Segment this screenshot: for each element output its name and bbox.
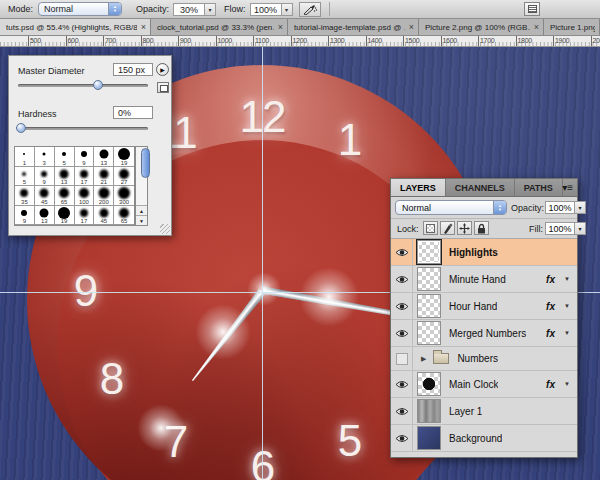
visibility-toggle[interactable] [391, 398, 413, 424]
layer-fx-badge[interactable]: fx [546, 301, 555, 312]
fill-input[interactable]: 100% [545, 222, 575, 235]
brush-preset[interactable]: 9 [75, 147, 95, 167]
layer-thumbnail[interactable] [417, 294, 441, 318]
lock-pixels-button[interactable] [440, 221, 455, 235]
create-preset-icon[interactable] [157, 82, 169, 93]
brush-preset[interactable]: 1 [15, 147, 35, 167]
hardness-input[interactable]: 0% [113, 106, 153, 119]
fx-collapse-icon[interactable]: ▼ [564, 330, 570, 336]
layer-row[interactable]: Merged Numbersfx▼ [391, 320, 577, 347]
fx-collapse-icon[interactable]: ▼ [564, 303, 570, 309]
group-expand-icon[interactable]: ▶ [421, 355, 426, 363]
flow-input[interactable]: 100% [250, 3, 282, 16]
master-diameter-input[interactable]: 150 px [113, 63, 153, 76]
panel-menu-icon[interactable]: ▾≡ [562, 182, 573, 194]
lock-all-button[interactable] [474, 221, 489, 235]
brush-grid-scrollbar[interactable]: ▲ ▼ [135, 146, 148, 226]
visibility-toggle[interactable] [391, 293, 413, 319]
brush-preset[interactable]: 65 [55, 186, 75, 206]
visibility-toggle[interactable] [391, 320, 413, 346]
brush-size-label: 17 [75, 179, 94, 185]
panel-tab-channels[interactable]: CHANNELS [446, 179, 515, 196]
visibility-toggle[interactable] [391, 425, 413, 451]
panel-flyout-button[interactable]: ▶ [156, 63, 169, 76]
layer-blend-mode-select[interactable]: Normal ▲▼ [395, 200, 507, 215]
master-diameter-slider-thumb[interactable] [93, 80, 103, 90]
visibility-toggle[interactable] [391, 266, 413, 292]
brush-preset[interactable]: 17 [75, 206, 95, 226]
brush-preset[interactable]: 19 [114, 147, 134, 167]
layer-row[interactable]: Highlights [391, 239, 577, 266]
lock-position-button[interactable] [457, 221, 472, 235]
tab-close-icon[interactable]: × [534, 22, 539, 32]
brush-preset[interactable]: 100 [75, 186, 95, 206]
visibility-toggle[interactable] [391, 347, 413, 370]
brush-preset[interactable]: 19 [55, 206, 75, 226]
layer-thumbnail[interactable] [417, 267, 441, 291]
document-tab[interactable]: tuts.psd @ 55.4% (Highlights, RGB/8) *× [0, 19, 151, 35]
tab-close-icon[interactable]: × [278, 22, 283, 32]
layer-opacity-input[interactable]: 100% [545, 201, 575, 214]
toggle-panels-button[interactable] [524, 2, 540, 16]
brush-preset[interactable]: 200 [94, 186, 114, 206]
visibility-toggle[interactable] [391, 371, 413, 397]
scroll-down-button[interactable]: ▼ [136, 215, 147, 225]
hardness-slider[interactable] [18, 127, 148, 130]
brush-preset[interactable]: 13 [35, 206, 55, 226]
blend-mode-select[interactable]: Normal ▲▼ [38, 2, 122, 16]
layer-row[interactable]: Background [391, 425, 577, 452]
brush-preset[interactable]: 27 [114, 167, 134, 187]
layer-fx-badge[interactable]: fx [546, 328, 555, 339]
brush-preset[interactable]: 9 [35, 167, 55, 187]
visibility-toggle[interactable] [391, 239, 413, 265]
opacity-slider-arrow[interactable]: ▾ [205, 3, 216, 16]
layer-opacity-arrow[interactable]: ▾ [575, 201, 586, 214]
document-tab[interactable]: tutorial-image-template.psd @ …× [288, 19, 419, 35]
brush-preset[interactable]: 3 [35, 147, 55, 167]
tab-close-icon[interactable]: × [409, 22, 414, 32]
layer-thumbnail[interactable] [417, 240, 441, 264]
scrollbar-thumb[interactable] [141, 148, 150, 178]
document-tab[interactable]: Picture 1.png @ [544, 19, 600, 35]
vertical-guide[interactable] [262, 47, 263, 480]
brush-preset[interactable]: 13 [55, 167, 75, 187]
layer-row[interactable]: ▶Numbers [391, 347, 577, 371]
brush-preset[interactable]: 45 [35, 186, 55, 206]
layer-thumbnail[interactable] [417, 321, 441, 345]
document-tab[interactable]: Picture 2.png @ 100% (RGB…× [419, 19, 544, 35]
layer-thumbnail[interactable] [417, 399, 441, 423]
document-tab[interactable]: clock_tutorial.psd @ 33.3% (pen…× [151, 19, 288, 35]
brush-preset[interactable]: 5 [55, 147, 75, 167]
layer-fx-badge[interactable]: fx [546, 379, 555, 390]
resize-grip[interactable] [160, 224, 170, 234]
brush-preset[interactable]: 17 [75, 167, 95, 187]
layer-row[interactable]: Hour Handfx▼ [391, 293, 577, 320]
fill-arrow[interactable]: ▾ [575, 222, 586, 235]
layer-thumbnail[interactable] [417, 372, 441, 396]
hardness-slider-thumb[interactable] [16, 123, 26, 133]
layer-thumbnail[interactable] [417, 426, 441, 450]
opacity-input[interactable]: 30% [173, 3, 205, 16]
brush-preset[interactable]: 13 [94, 147, 114, 167]
layer-row[interactable]: Minute Handfx▼ [391, 266, 577, 293]
panel-tab-paths[interactable]: PATHS [515, 179, 563, 196]
scroll-up-button[interactable]: ▲ [136, 205, 147, 215]
brush-preset[interactable]: 300 [114, 186, 134, 206]
flow-slider-arrow[interactable]: ▾ [282, 3, 293, 16]
master-diameter-slider[interactable] [18, 84, 148, 87]
layer-fx-badge[interactable]: fx [546, 274, 555, 285]
lock-transparency-button[interactable] [423, 221, 438, 235]
panel-tab-layers[interactable]: LAYERS [391, 179, 446, 196]
brush-preset[interactable]: 21 [94, 167, 114, 187]
layer-row[interactable]: Layer 1 [391, 398, 577, 425]
airbrush-button[interactable] [299, 2, 321, 17]
fx-collapse-icon[interactable]: ▼ [564, 381, 570, 387]
layer-row[interactable]: Main Clockfx▼ [391, 371, 577, 398]
brush-preset[interactable]: 35 [15, 186, 35, 206]
brush-preset[interactable]: 45 [94, 206, 114, 226]
brush-preset[interactable]: 65 [114, 206, 134, 226]
brush-preset[interactable]: 9 [15, 206, 35, 226]
brush-preset[interactable]: 5 [15, 167, 35, 187]
fx-collapse-icon[interactable]: ▼ [564, 276, 570, 282]
tab-close-icon[interactable]: × [141, 22, 146, 32]
